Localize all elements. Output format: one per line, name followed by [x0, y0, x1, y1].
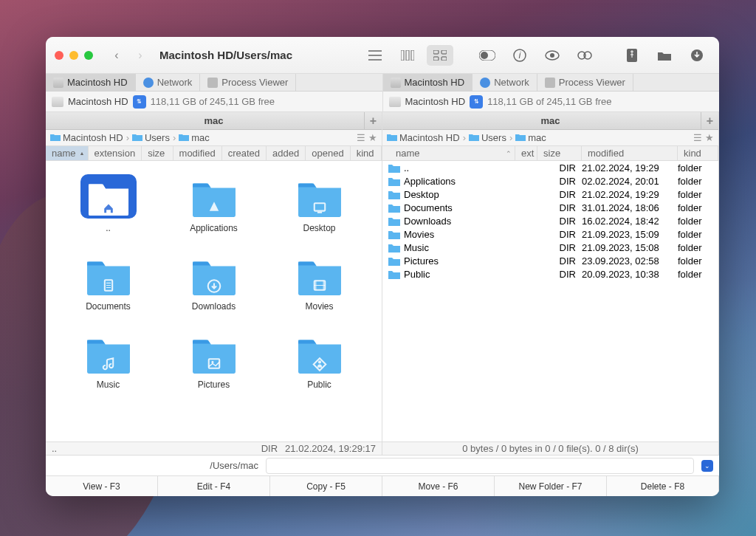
right-tabs: Macintosh HDNetworkProcess Viewer — [383, 74, 720, 92]
item-label: Downloads — [192, 301, 236, 312]
column-header-kind[interactable]: kind — [351, 146, 382, 160]
folder-icon — [388, 256, 400, 266]
tab-process-viewer[interactable]: Process Viewer — [200, 74, 296, 91]
tab-network[interactable]: Network — [472, 74, 537, 91]
column-header-modified[interactable]: modified — [173, 146, 222, 160]
list-row[interactable]: Applications DIR 02.02.2024, 20:01 folde… — [382, 174, 718, 188]
left-pane: mac + Macintosh HD › Users › mac ☰ ★ nam… — [46, 112, 382, 455]
breadcrumb-item[interactable]: Users — [469, 132, 506, 143]
list-row[interactable]: Pictures DIR 23.09.2023, 02:58 folder — [382, 254, 718, 267]
column-header-name[interactable]: name — [46, 146, 89, 160]
item-label: Movies — [305, 301, 333, 312]
favorite-icon[interactable]: ★ — [705, 132, 714, 143]
grid-item-movies[interactable]: Movies — [270, 252, 368, 312]
fn-button-copy[interactable]: Copy - F5 — [270, 476, 382, 496]
grid-item-documents[interactable]: Documents — [59, 252, 157, 312]
column-header-extension[interactable]: extension — [89, 146, 142, 160]
right-pane: mac + Macintosh HD › Users › mac ☰ ★ nam… — [382, 112, 719, 455]
grid-item-public[interactable]: Public — [270, 331, 368, 390]
left-icon-grid[interactable]: ..ApplicationsDesktopDocumentsDownloadsM… — [46, 161, 382, 441]
drive-dropdown[interactable]: ⇅ — [133, 95, 146, 109]
column-header-name[interactable]: name — [382, 146, 515, 160]
column-header-opened[interactable]: opened — [306, 146, 350, 160]
grid-item-music[interactable]: Music — [59, 331, 157, 390]
left-breadcrumb: Macintosh HD › Users › mac ☰ ★ — [46, 130, 382, 146]
quicklook-button[interactable] — [539, 45, 566, 66]
forward-button[interactable]: › — [131, 47, 149, 64]
svg-rect-0 — [401, 50, 404, 61]
info-button[interactable]: i — [506, 45, 533, 66]
column-header-ext[interactable]: ext — [515, 146, 537, 160]
grid-item-pictures[interactable]: Pictures — [165, 331, 263, 390]
favorite-icon[interactable]: ★ — [368, 132, 377, 143]
folder-icon — [292, 174, 348, 219]
list-row[interactable]: Downloads DIR 16.02.2024, 18:42 folder — [382, 214, 718, 227]
breadcrumb-item[interactable]: Users — [132, 132, 170, 143]
column-header-added[interactable]: added — [267, 146, 306, 160]
new-tab-button[interactable]: + — [364, 112, 382, 130]
list-row[interactable]: Music DIR 21.09.2023, 15:08 folder — [382, 241, 718, 254]
disk-icon — [53, 78, 63, 88]
list-row[interactable]: Movies DIR 21.09.2023, 15:09 folder — [382, 227, 718, 241]
fn-button-edit[interactable]: Edit - F4 — [158, 476, 270, 496]
svg-rect-5 — [433, 57, 439, 61]
view-mode-icon[interactable]: ☰ — [357, 132, 365, 143]
grid-item-desktop[interactable]: Desktop — [270, 174, 368, 233]
list-row[interactable]: Desktop DIR 21.02.2024, 19:29 folder — [382, 188, 718, 201]
window-title: Macintosh HD/Users/mac — [159, 49, 292, 61]
find-button[interactable] — [571, 45, 598, 66]
fn-button-new[interactable]: New Folder - F7 — [495, 476, 607, 496]
disk-icon — [391, 78, 401, 88]
path-label: /Users/mac — [52, 460, 258, 471]
tab-network[interactable]: Network — [136, 74, 201, 91]
column-header-size[interactable]: size — [142, 146, 173, 160]
right-columns-header: nameextsizemodifiedkind — [382, 146, 718, 161]
traffic-lights — [55, 51, 93, 60]
icon-view-button[interactable] — [427, 45, 453, 66]
svg-point-8 — [481, 52, 488, 59]
item-label: Desktop — [303, 223, 335, 233]
disk-icon — [52, 97, 63, 107]
function-bar: View - F3Edit - F4Copy - F5Move - F6New … — [46, 475, 719, 496]
go-to-folder-button[interactable] — [651, 45, 678, 66]
compress-button[interactable] — [619, 45, 645, 66]
breadcrumb-item[interactable]: mac — [515, 132, 546, 143]
tab-process-viewer[interactable]: Process Viewer — [537, 74, 633, 91]
folder-icon — [469, 132, 479, 143]
fn-button-move[interactable]: Move - F6 — [382, 476, 495, 496]
fn-button-delete[interactable]: Delete - F8 — [607, 476, 719, 496]
tab-macintosh-hd[interactable]: Macintosh HD — [383, 74, 473, 91]
new-tab-button[interactable]: + — [701, 112, 718, 130]
breadcrumb-item[interactable]: Macintosh HD — [387, 132, 460, 143]
right-list[interactable]: .. DIR 21.02.2024, 19:29 folder Applicat… — [382, 161, 718, 441]
minimize-button[interactable] — [69, 51, 78, 60]
folder-icon — [80, 174, 137, 219]
grid-item-[interactable]: .. — [59, 174, 157, 233]
fn-button-view[interactable]: View - F3 — [46, 476, 158, 496]
close-button[interactable] — [55, 51, 63, 60]
folder-icon — [388, 230, 400, 239]
column-header-kind[interactable]: kind — [678, 146, 718, 160]
drive-dropdown[interactable]: ⇅ — [470, 95, 483, 109]
list-view-button[interactable] — [362, 45, 388, 66]
path-dropdown[interactable]: ⌄ — [701, 460, 713, 472]
view-mode-icon[interactable]: ☰ — [693, 132, 702, 143]
list-row[interactable]: .. DIR 21.02.2024, 19:29 folder — [382, 161, 718, 174]
toggle-preview-button[interactable] — [474, 45, 501, 66]
download-button[interactable] — [684, 45, 710, 66]
path-input[interactable] — [266, 458, 694, 474]
tab-macintosh-hd[interactable]: Macintosh HD — [46, 74, 136, 91]
back-button[interactable]: ‹ — [108, 47, 126, 64]
list-row[interactable]: Documents DIR 31.01.2024, 18:06 folder — [382, 201, 718, 214]
list-row[interactable]: Public DIR 20.09.2023, 10:38 folder — [382, 267, 718, 281]
column-header-modified[interactable]: modified — [582, 146, 678, 160]
zoom-button[interactable] — [84, 51, 93, 60]
column-view-button[interactable] — [394, 45, 421, 66]
column-header-created[interactable]: created — [222, 146, 267, 160]
item-label: Applications — [190, 223, 238, 233]
grid-item-downloads[interactable]: Downloads — [165, 252, 263, 312]
breadcrumb-item[interactable]: mac — [179, 132, 210, 143]
breadcrumb-item[interactable]: Macintosh HD — [50, 132, 123, 143]
column-header-size[interactable]: size — [537, 146, 582, 160]
grid-item-applications[interactable]: Applications — [165, 174, 263, 233]
